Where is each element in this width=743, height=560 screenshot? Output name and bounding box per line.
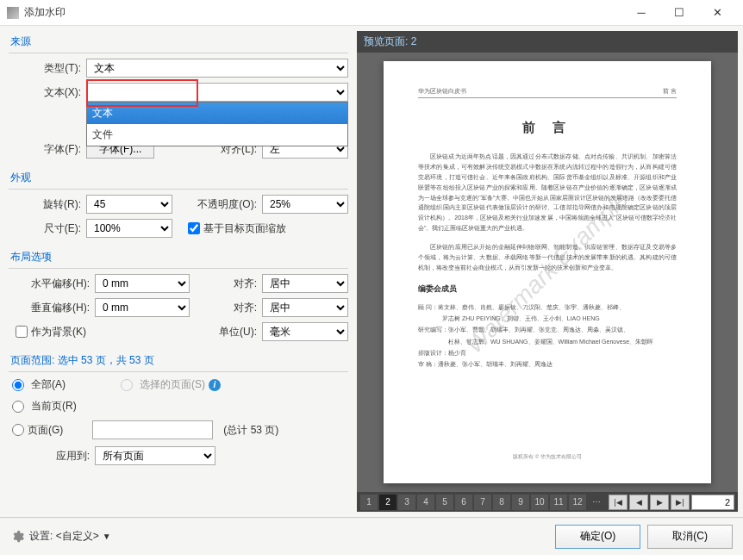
app-icon (7, 7, 19, 19)
pages-input[interactable] (92, 420, 213, 439)
pagerange-section-title: 页面范围: 选中 53 页，共 53 页 (9, 350, 348, 372)
maximize-button[interactable]: ☐ (660, 0, 698, 26)
opacity-select[interactable]: 25% (262, 195, 348, 214)
page-2[interactable]: 2 (379, 495, 396, 510)
page-6[interactable]: 6 (455, 495, 472, 510)
page-more: ⋯ (588, 495, 605, 510)
font-label: 字体(F): (9, 142, 86, 157)
page-12[interactable]: 12 (569, 495, 586, 510)
hoffset-select[interactable]: 0 mm (95, 274, 190, 293)
close-button[interactable]: ✕ (698, 0, 736, 26)
page-navigator: 1 2 3 4 5 6 7 8 9 10 11 12 ⋯ |◀ ◀ ▶ ▶| (357, 492, 738, 512)
page-5[interactable]: 5 (436, 495, 453, 510)
rotate-label: 旋转(R): (9, 197, 86, 212)
text-label: 文本(X): (9, 85, 86, 100)
voffset-select[interactable]: 0 mm (95, 298, 190, 317)
text-select[interactable] (86, 83, 348, 102)
page-1[interactable]: 1 (360, 495, 378, 510)
radio-pages[interactable]: 页面(G) (12, 423, 63, 438)
dropdown-option-text[interactable]: 文本 (87, 103, 347, 124)
page-9[interactable]: 9 (512, 495, 529, 510)
unit-select[interactable]: 毫米 (262, 322, 348, 341)
page-3[interactable]: 3 (398, 495, 415, 510)
radio-current[interactable]: 当前页(R) (12, 399, 348, 414)
info-icon: i (209, 379, 221, 391)
radio-all[interactable]: 全部(A) (12, 377, 66, 392)
pages-total: (总计 53 页) (223, 423, 278, 438)
unit-label: 单位(U): (210, 325, 262, 339)
nav-prev[interactable]: ◀ (629, 495, 648, 510)
background-checkbox[interactable] (16, 326, 28, 338)
settings-label[interactable]: 设置: <自定义> (29, 529, 99, 544)
size-select[interactable]: 100% (86, 219, 172, 238)
minimize-button[interactable]: ─ (622, 0, 660, 26)
scale-checkbox-label: 基于目标页面缩放 (203, 221, 286, 236)
size-label: 尺寸(E): (9, 221, 86, 236)
applyto-select[interactable]: 所有页面 (95, 446, 215, 465)
source-section-title: 来源 (9, 31, 348, 53)
page-8[interactable]: 8 (493, 495, 510, 510)
preview-header: 预览页面: 2 (357, 31, 738, 53)
layout-section-title: 布局选项 (9, 246, 348, 269)
dropdown-option-file[interactable]: 文件 (87, 124, 347, 146)
type-select[interactable]: 文本 (86, 59, 348, 78)
halign-select[interactable]: 居中 (262, 274, 348, 293)
nav-last[interactable]: ▶| (671, 495, 690, 510)
page-7[interactable]: 7 (474, 495, 491, 510)
voffset-label: 垂直偏移(H): (9, 301, 95, 315)
ok-button[interactable]: 确定(O) (555, 525, 640, 549)
preview-page: 华为区块链白皮书 前 言 前 言 区块链成为近两年热点话题，因其通过分布式数据存… (384, 61, 711, 483)
page-input[interactable] (691, 495, 734, 510)
preview-area: 华为区块链白皮书 前 言 前 言 区块链成为近两年热点话题，因其通过分布式数据存… (357, 53, 738, 492)
radio-selected: 选择的页面(S) i (121, 377, 221, 392)
page-11[interactable]: 11 (550, 495, 567, 510)
cancel-button[interactable]: 取消(C) (647, 525, 733, 549)
applyto-label: 应用到: (9, 449, 95, 464)
nav-next[interactable]: ▶ (650, 495, 669, 510)
appearance-section-title: 外观 (9, 167, 348, 190)
halign-label: 对齐: (226, 277, 262, 291)
window-title: 添加水印 (24, 5, 622, 20)
scale-checkbox[interactable] (188, 222, 200, 234)
background-checkbox-label: 作为背景(K) (31, 325, 86, 339)
type-label: 类型(T): (9, 61, 86, 76)
valign-label: 对齐: (226, 301, 262, 315)
page-4[interactable]: 4 (417, 495, 434, 510)
page-10[interactable]: 10 (531, 495, 548, 510)
nav-first[interactable]: |◀ (609, 495, 627, 510)
hoffset-label: 水平偏移(H): (9, 277, 95, 291)
rotate-select[interactable]: 45 (86, 195, 172, 214)
opacity-label: 不透明度(O): (184, 197, 262, 212)
settings-dropdown-icon[interactable]: ▼ (103, 532, 111, 541)
valign-select[interactable]: 居中 (262, 298, 348, 317)
text-dropdown-list: 文本 文件 (86, 102, 348, 146)
gear-icon (10, 530, 24, 544)
